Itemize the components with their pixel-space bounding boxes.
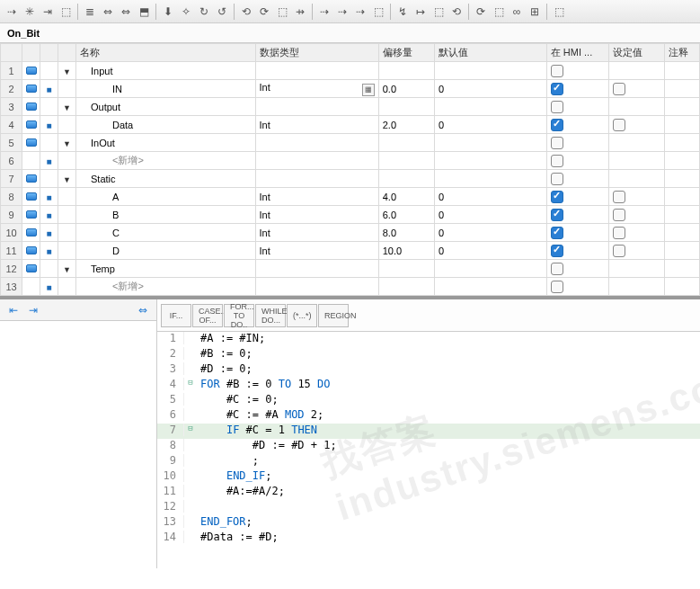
snippet-button[interactable]: CASE... OF... <box>192 304 223 327</box>
toolbar-button[interactable]: ✧ <box>178 4 194 20</box>
cell-type[interactable]: Int <box>255 242 378 260</box>
cell-comment[interactable] <box>665 278 700 296</box>
cell-name[interactable]: C <box>76 224 256 242</box>
cell-type[interactable]: Int <box>255 116 378 134</box>
cell-name[interactable]: B <box>76 206 256 224</box>
table-row[interactable]: 10■CInt8.00 <box>1 224 700 242</box>
cell-default[interactable] <box>435 152 547 170</box>
cell-type[interactable] <box>255 170 378 188</box>
expand-tri-icon[interactable]: ▼ <box>63 265 72 274</box>
cell-name[interactable]: InOut <box>76 134 256 152</box>
toolbar-button[interactable]: ↺ <box>214 4 230 20</box>
snippet-button[interactable]: REGION <box>318 304 349 327</box>
code-line[interactable]: 12 <box>157 500 700 515</box>
code-line[interactable]: 5 #C := 0; <box>157 393 700 408</box>
cell-type[interactable]: Int▦ <box>255 80 378 98</box>
table-row[interactable]: 13■<新增> <box>1 278 700 296</box>
setpoint-checkbox[interactable] <box>613 227 625 239</box>
cell-comment[interactable] <box>665 152 700 170</box>
cell-name[interactable]: Static <box>76 170 256 188</box>
fold-icon[interactable]: ⊟ <box>184 424 197 433</box>
header-offset[interactable]: 偏移量 <box>378 44 434 62</box>
code-line[interactable]: 3#D := 0; <box>157 362 700 378</box>
cell-comment[interactable] <box>665 206 700 224</box>
hmi-checkbox[interactable] <box>551 245 563 257</box>
hmi-checkbox[interactable] <box>551 65 563 77</box>
cell-comment[interactable] <box>665 170 700 188</box>
cell-type[interactable] <box>255 260 378 278</box>
code-line[interactable]: 11 #A:=#A/2; <box>157 485 700 500</box>
cell-type[interactable] <box>255 62 378 80</box>
expand-tri-icon[interactable]: ▼ <box>63 67 72 76</box>
cell-type[interactable]: Int <box>255 188 378 206</box>
cell-name[interactable]: A <box>76 188 256 206</box>
code-line[interactable]: 10 END_IF; <box>157 469 700 485</box>
snippet-button[interactable]: WHILE.. DO... <box>255 304 286 327</box>
cell-type[interactable] <box>255 134 378 152</box>
cell-default[interactable]: 0 <box>435 188 547 206</box>
toolbar-button[interactable]: ⬚ <box>551 4 567 20</box>
cell-default[interactable] <box>435 170 547 188</box>
cell-comment[interactable] <box>665 62 700 80</box>
toolbar-button[interactable]: ⬇ <box>160 4 176 20</box>
setpoint-checkbox[interactable] <box>613 83 625 95</box>
toolbar-button[interactable]: ⬒ <box>136 4 152 20</box>
setpoint-checkbox[interactable] <box>613 191 625 203</box>
cell-name[interactable]: <新增> <box>76 152 256 170</box>
table-row[interactable]: 3▼Output <box>1 98 700 116</box>
hmi-checkbox[interactable] <box>551 155 563 167</box>
setpoint-checkbox[interactable] <box>613 245 625 257</box>
table-row[interactable]: 7▼Static <box>1 170 700 188</box>
code-line[interactable]: 6 #C := #A MOD 2; <box>157 408 700 424</box>
header-comment[interactable]: 注释 <box>665 44 700 62</box>
cell-default[interactable] <box>435 62 547 80</box>
code-line[interactable]: 7⊟ IF #C = 1 THEN <box>157 424 700 439</box>
cell-default[interactable] <box>435 98 547 116</box>
toolbar-button[interactable]: ⇢ <box>334 4 350 20</box>
hmi-checkbox[interactable] <box>551 191 563 203</box>
cell-default[interactable]: 0 <box>435 116 547 134</box>
table-row[interactable]: 4■DataInt2.00 <box>1 116 700 134</box>
hmi-checkbox[interactable] <box>551 101 563 113</box>
table-row[interactable]: 2■INInt▦0.00 <box>1 80 700 98</box>
snippet-button[interactable]: FOR... TO DO.. <box>224 304 254 327</box>
indent-icon[interactable]: ⇥ <box>25 303 41 317</box>
code-line[interactable]: 13END_FOR; <box>157 515 700 531</box>
expand-icon[interactable]: ⇔ <box>135 303 151 317</box>
table-row[interactable]: 5▼InOut <box>1 134 700 152</box>
code-line[interactable]: 4⊟FOR #B := 0 TO 15 DO <box>157 378 700 393</box>
toolbar-button[interactable]: ↦ <box>412 4 429 20</box>
toolbar-button[interactable]: ⟳ <box>256 4 272 20</box>
toolbar-button[interactable]: ⟳ <box>473 4 489 20</box>
type-dropdown-icon[interactable]: ▦ <box>362 84 375 96</box>
hmi-checkbox[interactable] <box>551 227 563 239</box>
expand-tri-icon[interactable]: ▼ <box>63 139 72 148</box>
toolbar-button[interactable]: ⇔ <box>118 4 134 20</box>
cell-default[interactable]: 0 <box>435 242 547 260</box>
cell-type[interactable] <box>255 98 378 116</box>
cell-comment[interactable] <box>665 224 700 242</box>
toolbar-button[interactable]: ⬚ <box>274 4 290 20</box>
hmi-checkbox[interactable] <box>551 209 563 221</box>
toolbar-button[interactable]: ↯ <box>394 4 411 20</box>
cell-comment[interactable] <box>665 98 700 116</box>
code-editor[interactable]: 1#A := #IN;2#B := 0;3#D := 0;4⊟FOR #B :=… <box>157 332 700 568</box>
header-name[interactable]: 名称 <box>76 44 256 62</box>
toolbar-button[interactable]: ⇔ <box>100 4 116 20</box>
hmi-checkbox[interactable] <box>551 83 563 95</box>
hmi-checkbox[interactable] <box>551 281 563 293</box>
code-line[interactable]: 9 ; <box>157 454 700 469</box>
cell-comment[interactable] <box>665 134 700 152</box>
cell-name[interactable]: Output <box>76 98 256 116</box>
hmi-checkbox[interactable] <box>551 137 563 149</box>
hmi-checkbox[interactable] <box>551 119 563 131</box>
setpoint-checkbox[interactable] <box>613 209 625 221</box>
cell-default[interactable] <box>435 278 547 296</box>
setpoint-checkbox[interactable] <box>613 119 625 131</box>
cell-default[interactable]: 0 <box>435 80 547 98</box>
cell-name[interactable]: Data <box>76 116 256 134</box>
cell-comment[interactable] <box>665 80 700 98</box>
cell-name[interactable]: Temp <box>76 260 256 278</box>
toolbar-button[interactable]: ≣ <box>82 4 98 20</box>
cell-name[interactable]: IN <box>76 80 256 98</box>
